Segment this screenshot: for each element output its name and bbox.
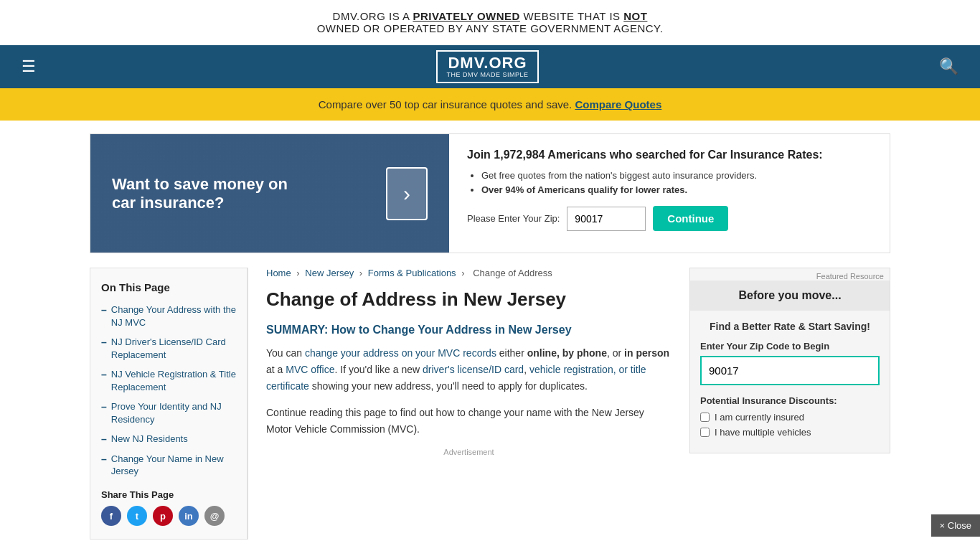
featured-resource: Featured Resource Before you move... Fin… [689,268,890,453]
in-person-text: in person [624,347,669,359]
zip-code-label: Enter Your Zip Code to Begin [690,341,890,352]
zip-input-hero[interactable] [567,207,646,231]
sidebar: On This Page – Change Your Address with … [90,268,248,540]
featured-subtitle: Find a Better Rate & Start Saving! [690,321,890,332]
drivers-license-link[interactable]: driver's license/ID card [423,364,524,375]
breadcrumb-home[interactable]: Home [266,268,291,278]
list-item: – New NJ Residents [101,433,236,446]
sidebar-link-2[interactable]: NJ Driver's License/ID Card Replacement [111,336,236,361]
sidebar-nav: – Change Your Address with the NJ MVC – … [101,303,236,478]
social-icons: f t p in @ [101,506,236,526]
online-phone-text: online, by phone [527,347,607,359]
list-item: – NJ Vehicle Registration & Title Replac… [101,368,236,393]
dash-icon: – [101,433,107,445]
dash-icon: – [101,369,107,380]
list-item: – Change Your Address with the NJ MVC [101,303,236,329]
twitter-icon[interactable]: t [127,506,147,526]
bullet2: Over 94% of Americans qualify for lower … [481,184,872,195]
compare-quotes-link[interactable]: Compare Quotes [575,98,661,110]
banner-line2: OWNED OR OPERATED BY ANY STATE GOVERNMEN… [14,22,966,34]
page-title: Change of Address in New Jersey [266,288,672,311]
featured-title: Before you move... [690,281,890,311]
insured-checkbox[interactable] [700,413,710,422]
discount-label-1: I am currently insured [715,412,804,423]
list-item: – Change Your Name in New Jersey [101,453,236,478]
sidebar-link-4[interactable]: Prove Your Identity and NJ Residency [111,400,236,425]
discount-label-2: I have multiple vehicles [715,427,811,438]
discounts-label: Potential Insurance Discounts: [690,395,890,406]
article-paragraph2: Continue reading this page to find out h… [266,405,672,438]
sidebar-link-3[interactable]: NJ Vehicle Registration & Title Replacem… [111,368,236,393]
site-logo[interactable]: DMV.ORG THE DMV MADE SIMPLE [436,50,538,83]
logo-tagline: THE DMV MADE SIMPLE [446,72,528,79]
featured-label: Featured Resource [690,268,890,281]
promo-text: Compare over 50 top car insurance quotes… [319,98,573,110]
mvc-office-link[interactable]: MVC office [286,364,334,375]
top-banner: DMV.ORG IS A PRIVATELY OWNED WEBSITE THA… [0,0,980,45]
article: Home › New Jersey › Forms & Publications… [248,268,689,540]
close-button[interactable]: × Close [931,514,980,537]
hero-left: Want to save money on car insurance? › [90,134,449,253]
privately-owned-text: PRIVATELY OWNED [413,10,519,22]
dash-icon: – [101,304,107,316]
sidebar-link-6[interactable]: Change Your Name in New Jersey [111,453,236,478]
breadcrumb: Home › New Jersey › Forms & Publications… [266,268,672,278]
hamburger-menu[interactable]: ☰ [22,57,36,76]
zip-row: Please Enter Your Zip: Continue [467,206,872,231]
facebook-icon[interactable]: f [101,506,121,526]
pinterest-icon[interactable]: p [153,506,173,526]
advertisement-label: Advertisement [266,448,672,456]
join-text: Join 1,972,984 Americans who searched fo… [467,149,872,161]
continue-button[interactable]: Continue [653,206,728,231]
dash-icon: – [101,401,107,413]
sidebar-link-1[interactable]: Change Your Address with the NJ MVC [111,303,236,329]
logo-text: DMV.ORG [446,55,528,72]
hero-bullets: Get free quotes from the nation's bigges… [467,170,872,195]
dash-icon: – [101,453,107,465]
email-icon[interactable]: @ [204,506,225,526]
hero-heading: Want to save money on car insurance? [112,175,313,212]
multiple-vehicles-checkbox[interactable] [700,428,710,437]
zip-label: Please Enter Your Zip: [467,213,560,224]
navbar: ☰ DMV.ORG THE DMV MADE SIMPLE 🔍 [0,45,980,88]
sidebar-title: On This Page [101,281,236,293]
linkedin-icon[interactable]: in [179,506,199,526]
sidebar-link-5[interactable]: New NJ Residents [111,433,188,446]
breadcrumb-sep1: › [296,268,299,278]
share-label: Share This Page [101,489,236,500]
hero-right: Join 1,972,984 Americans who searched fo… [449,134,890,253]
zip-input-featured[interactable] [700,356,880,385]
dash-icon: – [101,336,107,348]
right-sidebar: Featured Resource Before you move... Fin… [689,268,890,540]
discount-option-1: I am currently insured [690,412,890,423]
hero-arrow-button[interactable]: › [386,167,428,220]
discount-option-2: I have multiple vehicles [690,427,890,438]
mvc-records-link[interactable]: change your address on your MVC records [305,347,496,359]
breadcrumb-current: Change of Address [473,268,552,278]
list-item: – NJ Driver's License/ID Card Replacemen… [101,336,236,361]
summary-heading: SUMMARY: How to Change Your Address in N… [266,324,672,336]
list-item: – Prove Your Identity and NJ Residency [101,400,236,425]
breadcrumb-state[interactable]: New Jersey [305,268,354,278]
breadcrumb-section[interactable]: Forms & Publications [368,268,456,278]
article-paragraph1: You can change your address on your MVC … [266,345,672,395]
insurance-hero: Want to save money on car insurance? › J… [90,133,890,253]
breadcrumb-sep2: › [359,268,362,278]
main-content: On This Page – Change Your Address with … [90,268,890,540]
search-icon[interactable]: 🔍 [939,57,958,76]
bullet1: Get free quotes from the nation's bigges… [481,170,872,181]
promo-bar: Compare over 50 top car insurance quotes… [0,88,980,121]
breadcrumb-sep3: › [461,268,464,278]
banner-line1: DMV.ORG IS A PRIVATELY OWNED WEBSITE THA… [14,10,966,22]
not-text: NOT [623,10,647,22]
